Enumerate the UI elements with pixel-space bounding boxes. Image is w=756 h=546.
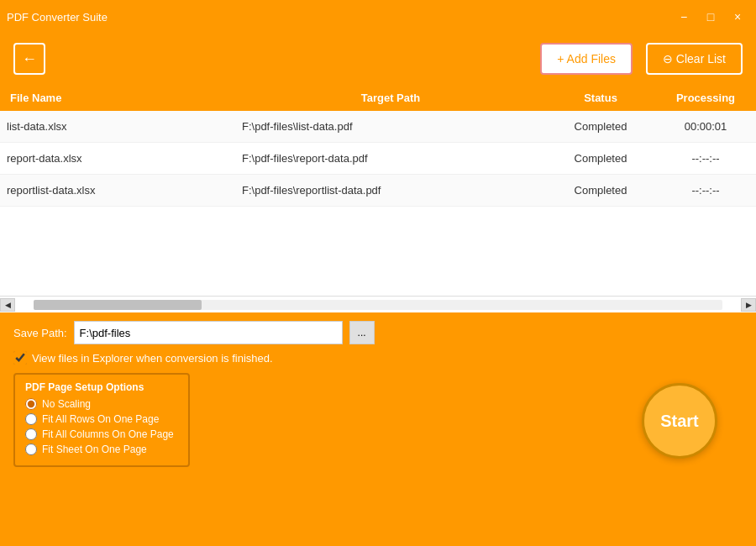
col-processing: Processing: [655, 84, 756, 111]
cell-processing-2: --:--:--: [655, 175, 756, 206]
view-files-checkbox[interactable]: [13, 351, 27, 365]
view-files-label: View files in Explorer when conversion i…: [32, 352, 273, 365]
cell-filename-2: reportlist-data.xlsx: [0, 175, 235, 206]
col-filename: File Name: [0, 84, 235, 111]
clear-list-button[interactable]: ⊖ Clear List: [646, 43, 743, 75]
radio-fit-sheet-label: Fit Sheet On One Page: [42, 444, 147, 455]
cell-processing-1: --:--:--: [655, 143, 756, 174]
radio-fit-columns-label: Fit All Columns On One Page: [42, 428, 174, 440]
save-path-input[interactable]: [74, 321, 343, 344]
close-button[interactable]: ×: [726, 5, 749, 29]
cell-path-1: F:\pdf-files\report-data.pdf: [235, 143, 546, 174]
horizontal-scrollbar[interactable]: ◀ ▶: [0, 296, 756, 312]
table-row[interactable]: reportlist-data.xlsx F:\pdf-files\report…: [0, 175, 756, 207]
start-button[interactable]: Start: [642, 383, 717, 459]
table-header: File Name Target Path Status Processing: [0, 84, 756, 111]
cell-status-1: Completed: [546, 143, 655, 174]
table-body: list-data.xlsx F:\pdf-files\list-data.pd…: [0, 111, 756, 296]
radio-fit-sheet-input[interactable]: [25, 444, 37, 455]
browse-button[interactable]: ...: [349, 321, 375, 344]
window-controls: − □ ×: [672, 5, 749, 29]
scroll-track[interactable]: [34, 300, 722, 310]
bottom-panel: Save Path: ... View files in Explorer wh…: [0, 312, 756, 475]
radio-fit-rows: Fit All Rows On One Page: [25, 413, 178, 425]
save-path-row: Save Path: ...: [13, 321, 743, 344]
radio-fit-rows-input[interactable]: [25, 413, 37, 425]
radio-no-scaling: No Scaling: [25, 398, 178, 410]
toolbar: ← + Add Files ⊖ Clear List: [0, 34, 756, 84]
cell-status-2: Completed: [546, 175, 655, 206]
cell-filename-0: list-data.xlsx: [0, 111, 235, 142]
view-files-row: View files in Explorer when conversion i…: [13, 351, 743, 365]
cell-status-0: Completed: [546, 111, 655, 142]
pdf-options-box: PDF Page Setup Options No Scaling Fit Al…: [13, 373, 190, 467]
save-path-label: Save Path:: [13, 327, 67, 339]
maximize-button[interactable]: □: [699, 5, 722, 29]
radio-fit-sheet: Fit Sheet On One Page: [25, 444, 178, 455]
cell-processing-0: 00:00:01: [655, 111, 756, 142]
pdf-options-title: PDF Page Setup Options: [25, 381, 178, 393]
table-row[interactable]: report-data.xlsx F:\pdf-files\report-dat…: [0, 143, 756, 175]
app-title: PDF Converter Suite: [7, 11, 108, 24]
radio-fit-rows-label: Fit All Rows On One Page: [42, 413, 159, 425]
cell-filename-1: report-data.xlsx: [0, 143, 235, 174]
add-files-button[interactable]: + Add Files: [540, 43, 633, 75]
radio-fit-columns: Fit All Columns On One Page: [25, 428, 178, 440]
scroll-right-arrow[interactable]: ▶: [741, 298, 756, 312]
bottom-content: PDF Page Setup Options No Scaling Fit Al…: [13, 373, 743, 467]
scroll-thumb[interactable]: [34, 300, 202, 310]
minimize-button[interactable]: −: [672, 5, 696, 29]
scroll-left-arrow[interactable]: ◀: [0, 298, 15, 312]
table-row[interactable]: list-data.xlsx F:\pdf-files\list-data.pd…: [0, 111, 756, 143]
back-button[interactable]: ←: [13, 43, 45, 75]
radio-fit-columns-input[interactable]: [25, 428, 37, 440]
radio-no-scaling-label: No Scaling: [42, 398, 91, 410]
cell-path-2: F:\pdf-files\reportlist-data.pdf: [235, 175, 546, 206]
title-bar: PDF Converter Suite − □ ×: [0, 0, 756, 34]
file-table: File Name Target Path Status Processing …: [0, 84, 756, 296]
col-targetpath: Target Path: [235, 84, 546, 111]
cell-path-0: F:\pdf-files\list-data.pdf: [235, 111, 546, 142]
col-status: Status: [546, 84, 655, 111]
radio-no-scaling-input[interactable]: [25, 398, 37, 410]
